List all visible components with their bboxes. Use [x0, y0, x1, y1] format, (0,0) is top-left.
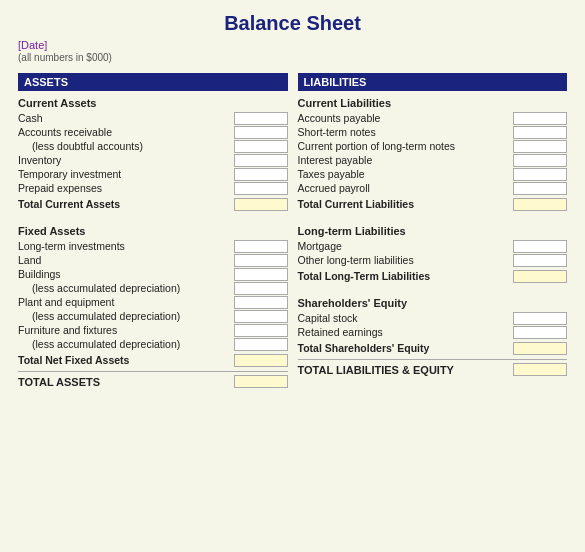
table-row: (less accumulated depreciation): [18, 281, 288, 295]
table-row: Interest payable: [298, 153, 568, 167]
inventory-input[interactable]: [234, 154, 288, 167]
page-title: Balance Sheet: [18, 12, 567, 35]
buildings-input[interactable]: [234, 268, 288, 281]
total-fixed-assets-input[interactable]: [234, 354, 288, 367]
total-longterm-label: Total Long-Term Liabilities: [298, 270, 514, 282]
longterm-liabilities-header: Long-term Liabilities: [298, 225, 568, 237]
assets-column: ASSETS Current Assets Cash Accounts rece…: [18, 73, 288, 388]
date-label: [Date]: [18, 39, 567, 51]
subtitle-label: (all numbers in $000): [18, 52, 567, 63]
table-row: Plant and equipment: [18, 295, 288, 309]
row-label: Other long-term liabilities: [298, 254, 514, 266]
current-liabilities-header: Current Liabilities: [298, 97, 568, 109]
table-row: Capital stock: [298, 311, 568, 325]
table-row: Short-term notes: [298, 125, 568, 139]
table-row: Cash: [18, 111, 288, 125]
table-row: Temporary investment: [18, 167, 288, 181]
retained-earnings-input[interactable]: [513, 326, 567, 339]
row-label: Retained earnings: [298, 326, 514, 338]
total-current-liabilities-input[interactable]: [513, 198, 567, 211]
total-assets-label: TOTAL ASSETS: [18, 376, 100, 388]
plant-input[interactable]: [234, 296, 288, 309]
less-accum-dep3-input[interactable]: [234, 338, 288, 351]
table-row: (less doubtful accounts): [18, 139, 288, 153]
total-current-liabilities-row: Total Current Liabilities: [298, 197, 568, 211]
row-label: Cash: [18, 112, 234, 124]
accounts-payable-input[interactable]: [513, 112, 567, 125]
row-label: Land: [18, 254, 234, 266]
liabilities-header: LIABILITIES: [298, 73, 568, 91]
current-portion-input[interactable]: [513, 140, 567, 153]
table-row: Other long-term liabilities: [298, 253, 568, 267]
furniture-input[interactable]: [234, 324, 288, 337]
less-accum-dep1-input[interactable]: [234, 282, 288, 295]
table-row: Buildings: [18, 267, 288, 281]
table-row: Inventory: [18, 153, 288, 167]
total-fixed-assets-row: Total Net Fixed Assets: [18, 353, 288, 367]
row-label: Mortgage: [298, 240, 514, 252]
cash-input[interactable]: [234, 112, 288, 125]
row-label: Capital stock: [298, 312, 514, 324]
accrued-payroll-input[interactable]: [513, 182, 567, 195]
table-row: Prepaid expenses: [18, 181, 288, 195]
mortgage-input[interactable]: [513, 240, 567, 253]
row-label: Inventory: [18, 154, 234, 166]
row-label: (less accumulated depreciation): [32, 310, 234, 322]
row-label: Plant and equipment: [18, 296, 234, 308]
total-current-assets-input[interactable]: [234, 198, 288, 211]
equity-header: Shareholders' Equity: [298, 297, 568, 309]
current-assets-header: Current Assets: [18, 97, 288, 109]
total-current-assets-label: Total Current Assets: [18, 198, 234, 210]
interest-payable-input[interactable]: [513, 154, 567, 167]
row-label: Current portion of long-term notes: [298, 140, 514, 152]
total-longterm-liabilities-row: Total Long-Term Liabilities: [298, 269, 568, 283]
table-row: Long-term investments: [18, 239, 288, 253]
other-longterm-input[interactable]: [513, 254, 567, 267]
row-label: Temporary investment: [18, 168, 234, 180]
row-label: (less doubtful accounts): [32, 140, 234, 152]
prepaid-input[interactable]: [234, 182, 288, 195]
total-longterm-input[interactable]: [513, 270, 567, 283]
total-assets-input[interactable]: [234, 375, 288, 388]
row-label: Furniture and fixtures: [18, 324, 234, 336]
total-current-liabilities-label: Total Current Liabilities: [298, 198, 514, 210]
total-equity-input[interactable]: [513, 342, 567, 355]
table-row: Mortgage: [298, 239, 568, 253]
land-input[interactable]: [234, 254, 288, 267]
table-row: (less accumulated depreciation): [18, 309, 288, 323]
row-label: (less accumulated depreciation): [32, 338, 234, 350]
table-row: Land: [18, 253, 288, 267]
row-label: Prepaid expenses: [18, 182, 234, 194]
total-liabilities-equity-row: TOTAL LIABILITIES & EQUITY: [298, 359, 568, 376]
table-row: Accounts receivable: [18, 125, 288, 139]
row-label: Accrued payroll: [298, 182, 514, 194]
table-row: Retained earnings: [298, 325, 568, 339]
accounts-receivable-input[interactable]: [234, 126, 288, 139]
short-term-notes-input[interactable]: [513, 126, 567, 139]
liabilities-column: LIABILITIES Current Liabilities Accounts…: [298, 73, 568, 388]
total-liabilities-equity-label: TOTAL LIABILITIES & EQUITY: [298, 364, 454, 376]
row-label: Accounts payable: [298, 112, 514, 124]
table-row: Furniture and fixtures: [18, 323, 288, 337]
row-label: Buildings: [18, 268, 234, 280]
temp-investment-input[interactable]: [234, 168, 288, 181]
table-row: (less accumulated depreciation): [18, 337, 288, 351]
row-label: Long-term investments: [18, 240, 234, 252]
table-row: Accounts payable: [298, 111, 568, 125]
less-accum-dep2-input[interactable]: [234, 310, 288, 323]
table-row: Accrued payroll: [298, 181, 568, 195]
taxes-payable-input[interactable]: [513, 168, 567, 181]
fixed-assets-header: Fixed Assets: [18, 225, 288, 237]
total-fixed-assets-label: Total Net Fixed Assets: [18, 354, 234, 366]
table-row: Current portion of long-term notes: [298, 139, 568, 153]
row-label: Taxes payable: [298, 168, 514, 180]
total-liabilities-equity-input[interactable]: [513, 363, 567, 376]
total-equity-row: Total Shareholders' Equity: [298, 341, 568, 355]
capital-stock-input[interactable]: [513, 312, 567, 325]
assets-header: ASSETS: [18, 73, 288, 91]
less-doubtful-input[interactable]: [234, 140, 288, 153]
table-row: Taxes payable: [298, 167, 568, 181]
total-current-assets-row: Total Current Assets: [18, 197, 288, 211]
longterm-invest-input[interactable]: [234, 240, 288, 253]
row-label: Interest payable: [298, 154, 514, 166]
